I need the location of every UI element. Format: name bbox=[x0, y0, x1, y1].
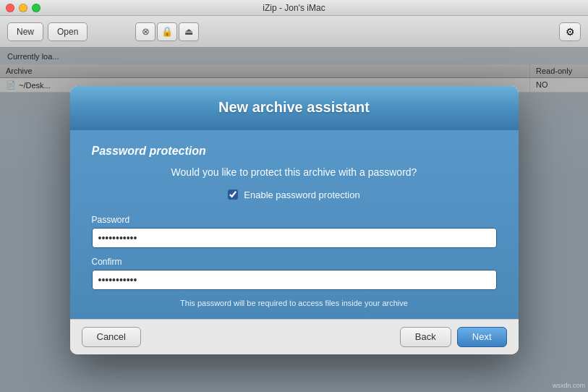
confirm-field-group: Confirm bbox=[92, 257, 497, 290]
close-button[interactable] bbox=[6, 4, 14, 12]
password-label: Password bbox=[92, 215, 497, 225]
password-field-group: Password bbox=[92, 215, 497, 248]
footer-right-buttons: Back Next bbox=[400, 327, 507, 347]
confirm-label: Confirm bbox=[92, 257, 497, 267]
modal-footer: Cancel Back Next bbox=[70, 319, 519, 354]
open-button[interactable]: Open bbox=[48, 22, 88, 41]
eject-icon-button[interactable]: ⏏ bbox=[179, 22, 199, 41]
cancel-button[interactable]: Cancel bbox=[82, 327, 141, 347]
modal-header: New archive assistant bbox=[70, 86, 519, 130]
window-title: iZip - Jon's iMac bbox=[263, 3, 325, 13]
modal-body: Password protection Would you like to pr… bbox=[70, 130, 519, 319]
watermark: wsxdn.com bbox=[553, 382, 585, 389]
lock-icon: 🔒 bbox=[161, 26, 173, 37]
enable-password-checkbox[interactable] bbox=[228, 189, 238, 200]
traffic-lights bbox=[6, 4, 41, 12]
modal: New archive assistant Password protectio… bbox=[70, 86, 519, 354]
next-button[interactable]: Next bbox=[457, 327, 507, 347]
toolbar: New Open ⊗ 🔒 ⏏ ⚙ bbox=[0, 16, 588, 48]
remove-icon: ⊗ bbox=[142, 26, 150, 37]
modal-title: New archive assistant bbox=[85, 99, 504, 116]
back-button[interactable]: Back bbox=[400, 327, 451, 347]
gear-button[interactable]: ⚙ bbox=[559, 22, 581, 41]
eject-icon: ⏏ bbox=[184, 26, 193, 37]
fullscreen-button[interactable] bbox=[32, 4, 41, 12]
minimize-button[interactable] bbox=[19, 4, 27, 12]
remove-icon-button[interactable]: ⊗ bbox=[135, 22, 155, 41]
lock-icon-button[interactable]: 🔒 bbox=[157, 22, 177, 41]
hint-text: This password will be required to access… bbox=[92, 299, 497, 307]
gear-icon: ⚙ bbox=[566, 26, 575, 38]
confirm-input[interactable] bbox=[92, 270, 497, 290]
modal-overlay: New archive assistant Password protectio… bbox=[0, 48, 588, 392]
section-title: Password protection bbox=[92, 145, 497, 158]
question-text: Would you like to protect this archive w… bbox=[92, 166, 497, 178]
titlebar: iZip - Jon's iMac bbox=[0, 0, 588, 16]
toolbar-icon-group: ⊗ 🔒 ⏏ bbox=[135, 22, 199, 41]
password-input[interactable] bbox=[92, 228, 497, 248]
checkbox-row: Enable password protection bbox=[92, 189, 497, 200]
checkbox-label: Enable password protection bbox=[244, 189, 359, 200]
new-button[interactable]: New bbox=[7, 22, 43, 41]
